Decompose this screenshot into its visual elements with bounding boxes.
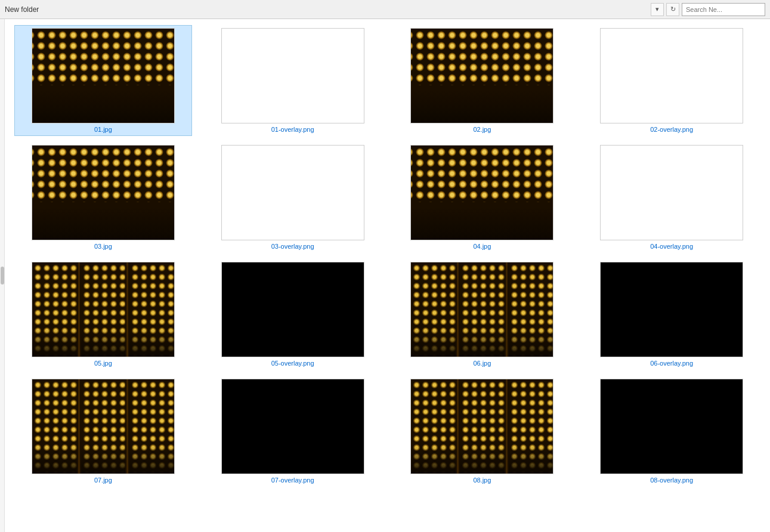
thumbnail-image: [411, 262, 553, 357]
list-item[interactable]: 03.jpg: [14, 142, 192, 253]
file-name-label: 05.jpg: [94, 360, 112, 367]
thumbnail-image: [222, 29, 364, 123]
list-item[interactable]: 02-overlay.png: [583, 25, 760, 136]
list-item[interactable]: 07-overlay.png: [204, 376, 382, 487]
file-name-label: 04-overlay.png: [650, 243, 693, 250]
list-item[interactable]: 01-overlay.png: [204, 25, 382, 136]
file-name-label: 04.jpg: [473, 243, 491, 250]
thumbnail-image: [32, 379, 174, 474]
file-name-label: 08.jpg: [473, 477, 491, 484]
list-item[interactable]: 03-overlay.png: [204, 142, 382, 253]
file-name-label: 05-overlay.png: [271, 360, 314, 367]
search-input[interactable]: [682, 3, 765, 16]
main-area: 01.jpg01-overlay.png02.jpg02-overlay.png…: [0, 19, 770, 532]
thumbnail-image: [32, 262, 174, 357]
thumbnail-image: [601, 29, 743, 123]
list-item[interactable]: 08.jpg: [394, 376, 571, 487]
list-item[interactable]: 05-overlay.png: [204, 259, 382, 370]
thumbnail-image: [601, 146, 743, 240]
file-name-label: 02-overlay.png: [650, 126, 693, 133]
list-item[interactable]: 05.jpg: [14, 259, 192, 370]
thumbnail-image: [222, 379, 364, 474]
list-item[interactable]: 04.jpg: [394, 142, 571, 253]
dropdown-button[interactable]: ▾: [651, 3, 664, 16]
list-item[interactable]: 04-overlay.png: [583, 142, 760, 253]
thumbnail-image: [222, 262, 364, 357]
list-item[interactable]: 01.jpg: [14, 25, 192, 136]
title-bar: New folder ▾ ↻: [0, 0, 770, 19]
file-name-label: 07.jpg: [94, 477, 112, 484]
file-name-label: 06.jpg: [473, 360, 491, 367]
file-name-label: 01-overlay.png: [271, 126, 314, 133]
thumbnail-image: [411, 29, 553, 123]
refresh-button[interactable]: ↻: [666, 3, 679, 16]
thumbnail-image: [411, 146, 553, 240]
file-name-label: 08-overlay.png: [650, 477, 693, 484]
list-item[interactable]: 06-overlay.png: [583, 259, 760, 370]
list-item[interactable]: 06.jpg: [394, 259, 571, 370]
list-item[interactable]: 07.jpg: [14, 376, 192, 487]
list-item[interactable]: 08-overlay.png: [583, 376, 760, 487]
file-name-label: 06-overlay.png: [650, 360, 693, 367]
window-title: New folder: [5, 5, 39, 14]
file-name-label: 03.jpg: [94, 243, 112, 250]
thumbnail-image: [411, 379, 553, 474]
file-grid: 01.jpg01-overlay.png02.jpg02-overlay.png…: [5, 19, 770, 532]
thumbnail-image: [601, 262, 743, 357]
list-item[interactable]: 02.jpg: [394, 25, 571, 136]
scroll-thumb: [1, 267, 4, 284]
thumbnail-image: [601, 379, 743, 474]
file-name-label: 02.jpg: [473, 126, 491, 133]
left-scroll-area: [0, 19, 5, 532]
file-name-label: 07-overlay.png: [271, 477, 314, 484]
file-name-label: 01.jpg: [94, 126, 112, 133]
file-name-label: 03-overlay.png: [271, 243, 314, 250]
thumbnail-image: [222, 146, 364, 240]
thumbnail-image: [32, 146, 174, 240]
thumbnail-image: [32, 29, 174, 123]
